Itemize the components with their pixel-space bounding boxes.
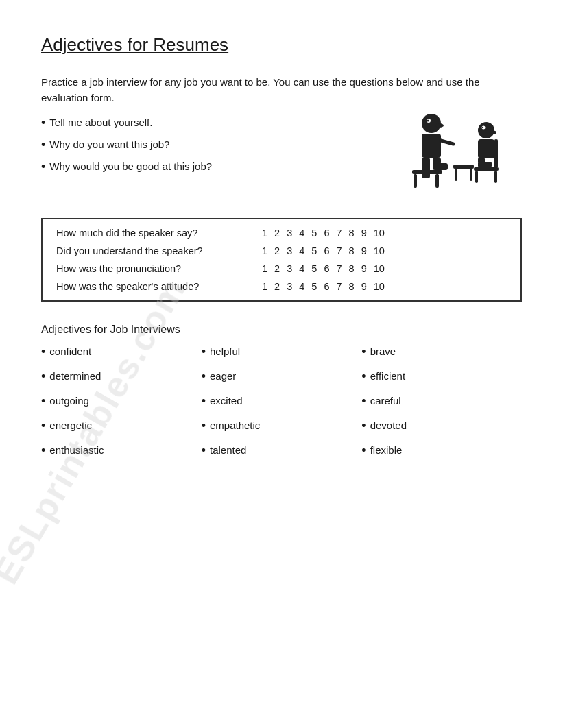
interview-illustration	[398, 110, 522, 199]
eval-question-4: How was the speaker's attitude?	[56, 281, 262, 292]
adj-devoted: • devoted	[361, 420, 522, 432]
adj-determined: • determined	[41, 370, 202, 383]
questions-list: • Tell me about yourself. • Why do you w…	[41, 117, 398, 182]
svg-rect-6	[422, 158, 430, 178]
adj-talented: • talented	[202, 444, 362, 457]
adj-brave: • brave	[361, 345, 522, 358]
question-item-3: • Why would you be good at this job?	[41, 160, 398, 173]
svg-rect-11	[435, 174, 439, 188]
question-item-1: • Tell me about yourself.	[41, 117, 398, 129]
adj-empathetic: • empathetic	[202, 420, 362, 432]
svg-rect-20	[475, 171, 478, 183]
svg-line-5	[441, 141, 453, 144]
adjectives-section: Adjectives for Job Interviews • confiden…	[41, 324, 522, 457]
svg-rect-25	[470, 169, 472, 181]
bullet-1: •	[41, 117, 45, 129]
adj-helpful: • helpful	[202, 345, 362, 358]
bullet-3: •	[41, 160, 45, 173]
question-item-2: • Why do you want this job?	[41, 138, 398, 151]
eval-numbers-2: 12345678910	[262, 245, 385, 256]
eval-numbers-3: 12345678910	[262, 263, 385, 274]
svg-point-0	[422, 114, 441, 133]
bullet-2: •	[41, 138, 45, 151]
svg-rect-10	[414, 174, 417, 188]
eval-question-2: Did you understand the speaker?	[56, 245, 262, 256]
eval-row-1: How much did the speaker say? 1234567891…	[56, 228, 507, 239]
adjectives-grid: • confident • helpful • brave • determin…	[41, 345, 522, 457]
eval-numbers-4: 12345678910	[262, 281, 385, 292]
questions-section: • Tell me about yourself. • Why do you w…	[41, 117, 522, 199]
adj-outgoing: • outgoing	[41, 395, 202, 407]
adjectives-subtitle: Adjectives for Job Interviews	[41, 324, 522, 336]
svg-rect-4	[422, 134, 441, 158]
svg-rect-9	[412, 170, 442, 174]
eval-row-3: How was the pronunciation? 12345678910	[56, 263, 507, 274]
svg-point-15	[482, 127, 483, 128]
svg-point-12	[478, 122, 494, 138]
svg-rect-18	[478, 162, 492, 167]
svg-rect-23	[453, 165, 474, 169]
svg-rect-21	[494, 171, 497, 183]
svg-rect-19	[474, 167, 499, 171]
adj-efficient: • efficient	[361, 370, 522, 383]
adj-confident: • confident	[41, 345, 202, 358]
intro-text: Practice a job interview for any job you…	[41, 75, 522, 106]
eval-question-3: How was the pronunciation?	[56, 263, 262, 274]
svg-point-1	[435, 123, 444, 128]
eval-row-2: Did you understand the speaker? 12345678…	[56, 245, 507, 256]
adj-enthusiastic: • enthusiastic	[41, 444, 202, 457]
svg-point-13	[490, 131, 496, 134]
eval-row-4: How was the speaker's attitude? 12345678…	[56, 281, 507, 292]
question-text-2: Why do you want this job?	[49, 138, 169, 150]
adj-eager: • eager	[202, 370, 362, 383]
svg-rect-22	[494, 139, 498, 168]
adj-excited: • excited	[202, 395, 362, 407]
adj-energetic: • energetic	[41, 420, 202, 432]
svg-rect-8	[433, 163, 448, 170]
eval-question-1: How much did the speaker say?	[56, 228, 262, 239]
adj-flexible: • flexible	[361, 444, 522, 457]
svg-rect-16	[478, 139, 494, 158]
question-text-3: Why would you be good at this job?	[49, 160, 212, 172]
svg-rect-24	[455, 169, 457, 181]
eval-numbers-1: 12345678910	[262, 228, 385, 239]
page-title: Adjectives for Resumes	[41, 34, 522, 56]
svg-point-3	[427, 120, 429, 122]
adj-careful: • careful	[361, 395, 522, 407]
question-text-1: Tell me about yourself.	[49, 117, 152, 128]
eval-table: How much did the speaker say? 1234567891…	[41, 218, 522, 302]
